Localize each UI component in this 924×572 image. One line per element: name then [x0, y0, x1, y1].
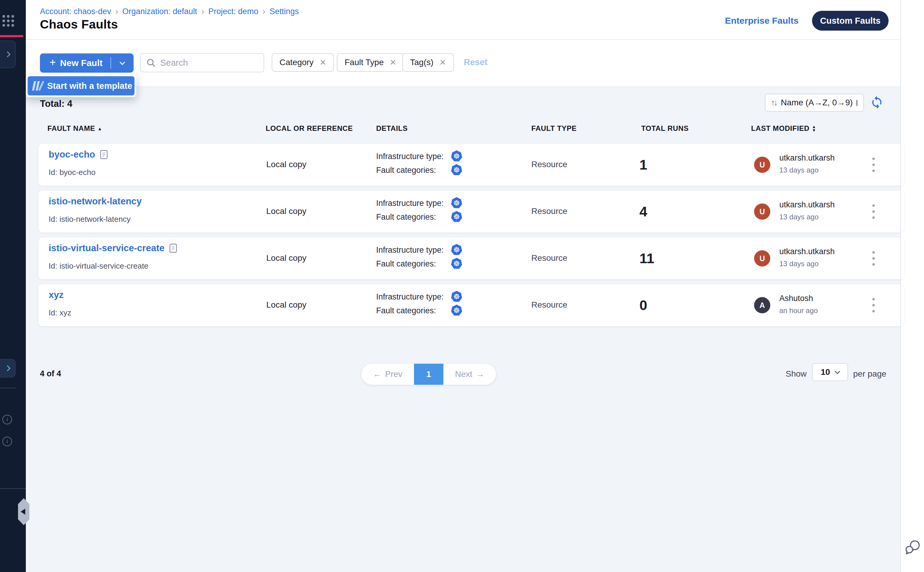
fault-type-cell: Resource	[531, 300, 567, 310]
avatar: U	[754, 157, 770, 173]
nav-expand-button[interactable]	[0, 40, 16, 68]
fault-categories-label: Fault categories:	[376, 306, 436, 316]
chat-help-icon[interactable]	[904, 539, 922, 556]
breadcrumb-separator: ›	[115, 6, 118, 16]
row-menu-button[interactable]	[868, 157, 880, 172]
breadcrumb-organization[interactable]: Organization: default	[122, 7, 197, 16]
filter-chip-label: Category	[280, 58, 314, 67]
pagination-range-label: 4 of 4	[40, 369, 61, 378]
fault-name-link[interactable]: byoc-echo	[49, 149, 95, 160]
fault-categories-label: Fault categories:	[376, 259, 436, 269]
breadcrumb-separator: ›	[263, 6, 265, 16]
infrastructure-type-label: Infrastructure type:	[376, 152, 444, 161]
page-size-select[interactable]: 10	[812, 363, 848, 381]
table-row[interactable]: istio-virtual-service-create Id: istio-v…	[39, 237, 904, 280]
total-runs-cell: 1	[639, 156, 647, 173]
breadcrumb-account[interactable]: Account: chaos-dev	[40, 7, 111, 16]
filter-chip-label: Fault Type	[345, 58, 384, 67]
breadcrumb: Account: chaos-dev › Organization: defau…	[40, 6, 299, 16]
modified-by-user: Ashutosh	[779, 294, 813, 303]
per-page-label: per page	[853, 369, 887, 379]
row-menu-button[interactable]	[868, 251, 880, 266]
fault-name-link[interactable]: istio-network-latency	[49, 196, 142, 207]
nav-divider	[0, 488, 26, 489]
total-runs-cell: 4	[639, 203, 647, 220]
fault-description-icon[interactable]	[100, 149, 108, 160]
total-runs-cell: 0	[639, 297, 647, 313]
kubernetes-icon: ☸	[451, 211, 462, 222]
column-header-fault-type: FAULT TYPE	[531, 124, 577, 133]
breadcrumb-separator: ›	[201, 6, 204, 16]
row-menu-button[interactable]	[868, 298, 880, 312]
modified-time: 13 days ago	[779, 166, 819, 174]
next-label: Next	[455, 370, 473, 379]
next-page-button[interactable]: Next →	[443, 370, 496, 379]
filter-chip-tags[interactable]: Tag(s) ✕	[402, 53, 454, 72]
close-icon[interactable]: ✕	[320, 58, 326, 67]
fault-categories-label: Fault categories:	[376, 166, 436, 175]
close-icon[interactable]: ✕	[439, 58, 446, 67]
refresh-button[interactable]	[870, 95, 884, 109]
breadcrumb-settings[interactable]: Settings	[269, 7, 299, 16]
info-icon[interactable]: i	[2, 437, 12, 446]
column-label: TOTAL RUNS	[641, 124, 689, 133]
total-runs-cell: 11	[639, 250, 655, 266]
info-glyph: i	[6, 438, 8, 445]
app-grid-icon[interactable]	[2, 15, 14, 27]
kubernetes-icon: ☸	[451, 197, 462, 208]
avatar: U	[754, 250, 770, 266]
column-header-last-modified[interactable]: LAST MODIFIED ▲▼	[751, 124, 816, 133]
new-fault-caret-button[interactable]	[111, 62, 134, 64]
chaos-faults-page: i i Account: chaos-dev › Organization: d…	[0, 0, 924, 572]
avatar: A	[754, 297, 770, 313]
fault-list-section: Total: 4 ↑↓ Name (A→Z, 0→9) FAULT NAME ▲…	[26, 87, 900, 572]
nav-expand-bottom-button[interactable]	[0, 359, 16, 378]
modified-time: 13 days ago	[779, 213, 819, 221]
chevron-right-icon	[5, 51, 11, 58]
enterprise-faults-link[interactable]: Enterprise Faults	[725, 16, 798, 26]
fault-description-icon[interactable]	[169, 243, 177, 253]
table-row[interactable]: xyz Id: xyz Local copy Infrastructure ty…	[39, 284, 904, 326]
left-nav-rail: i i	[0, 0, 26, 572]
fault-name-link[interactable]: xyz	[49, 290, 64, 300]
scrollbar-track[interactable]	[900, 0, 901, 572]
row-menu-button[interactable]	[868, 204, 880, 219]
table-row[interactable]: byoc-echo Id: byoc-echo Local copy Infra…	[39, 144, 904, 186]
triangle-left-icon	[21, 509, 25, 514]
chevron-down-icon	[856, 100, 857, 105]
pagination: ← Prev 1 Next →	[361, 364, 496, 385]
page-size-value: 10	[821, 367, 830, 377]
column-header-fault-name[interactable]: FAULT NAME ▲	[47, 124, 102, 133]
column-header-details: DETAILS	[376, 124, 408, 133]
custom-faults-button[interactable]: Custom Faults	[812, 11, 888, 31]
local-or-reference-cell: Local copy	[266, 253, 306, 263]
infrastructure-type-label: Infrastructure type:	[376, 246, 444, 255]
column-header-total-runs: TOTAL RUNS	[641, 124, 689, 133]
new-fault-button[interactable]: + New Fault	[40, 53, 134, 73]
kubernetes-icon: ☸	[451, 258, 462, 269]
info-icon[interactable]: i	[2, 415, 12, 424]
sort-selected-value: Name (A→Z, 0→9)	[781, 98, 853, 107]
arrow-right-icon: →	[476, 370, 484, 379]
start-with-template-label: Start with a template	[47, 81, 132, 91]
prev-page-button[interactable]: ← Prev	[361, 370, 414, 379]
template-icon	[32, 81, 44, 91]
current-page-button[interactable]: 1	[414, 364, 443, 385]
show-label: Show	[786, 369, 807, 379]
modified-by-user: utkarsh.utkarsh	[779, 153, 835, 163]
breadcrumb-project[interactable]: Project: demo	[208, 7, 258, 16]
search-input[interactable]	[160, 58, 250, 68]
infrastructure-type-label: Infrastructure type:	[376, 292, 444, 302]
filter-chip-fault-type[interactable]: Fault Type ✕	[337, 53, 404, 72]
fault-type-cell: Resource	[531, 253, 567, 263]
table-row[interactable]: istio-network-latency Id: istio-network-…	[39, 191, 904, 233]
start-with-template-menu-item[interactable]: Start with a template	[28, 76, 134, 95]
local-or-reference-cell: Local copy	[266, 160, 306, 169]
fault-id: Id: byoc-echo	[49, 168, 95, 177]
filter-chip-category[interactable]: Category ✕	[272, 53, 334, 72]
fault-name-link[interactable]: istio-virtual-service-create	[49, 243, 165, 253]
close-icon[interactable]: ✕	[390, 58, 396, 67]
reset-filters-button[interactable]: Reset	[464, 58, 487, 67]
sort-select[interactable]: ↑↓ Name (A→Z, 0→9)	[765, 94, 864, 112]
modified-by-user: utkarsh.utkarsh	[779, 247, 835, 256]
